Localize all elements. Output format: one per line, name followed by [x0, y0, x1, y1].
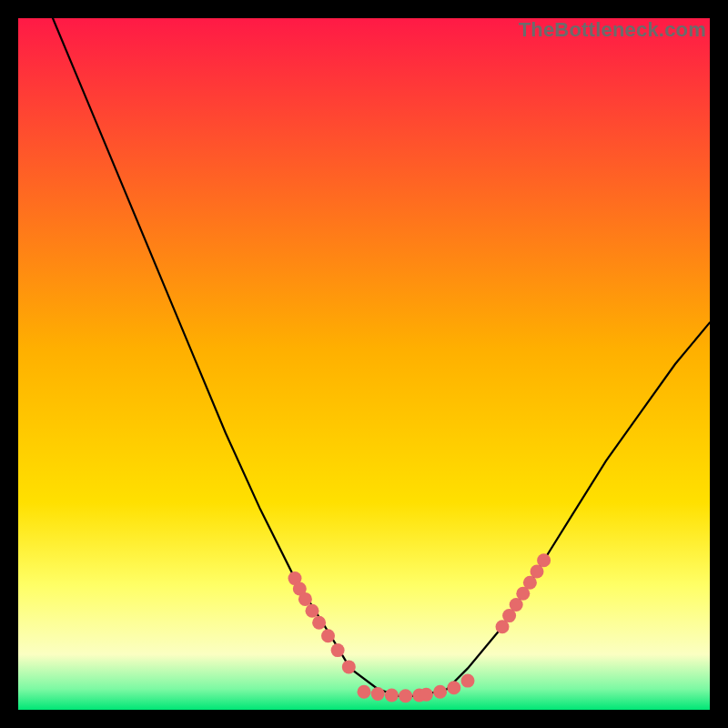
data-dot — [447, 681, 460, 694]
data-dot — [433, 685, 447, 699]
data-dot — [306, 604, 319, 618]
data-dot — [420, 688, 433, 702]
data-dot — [399, 689, 412, 703]
data-dot — [461, 674, 475, 688]
chart-svg — [18, 18, 710, 710]
data-dot — [537, 553, 551, 567]
data-dot — [298, 592, 312, 606]
data-dot — [371, 687, 385, 701]
data-dot — [342, 660, 356, 673]
gradient-background — [18, 18, 710, 710]
watermark-text: TheBottleneck.com — [519, 18, 706, 42]
chart-frame: TheBottleneck.com — [18, 18, 710, 710]
data-dot — [358, 685, 371, 699]
data-dot — [312, 616, 326, 630]
data-dot — [331, 643, 345, 657]
data-dot — [385, 689, 399, 703]
data-dot — [321, 629, 335, 642]
